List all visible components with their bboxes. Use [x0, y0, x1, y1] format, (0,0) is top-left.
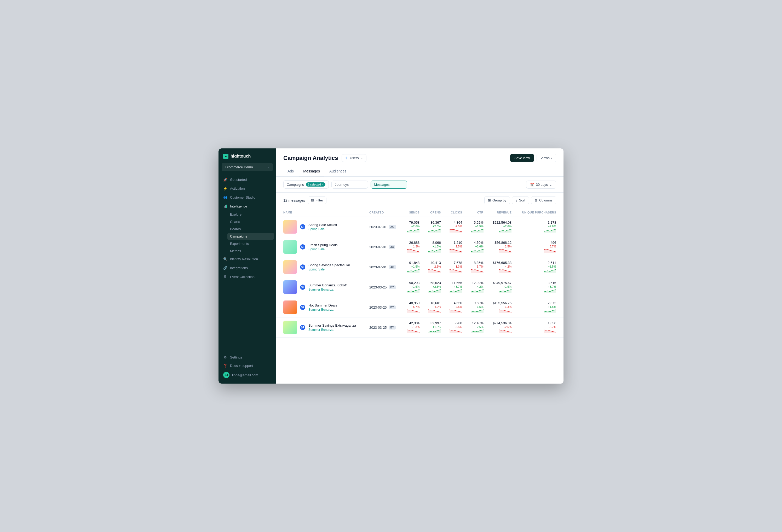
date-filter[interactable]: 📅 30 days ⌄ — [526, 181, 556, 189]
sidebar-item-identity-resolution[interactable]: 🔍 Identity Resolution — [221, 255, 274, 263]
campaign-thumbnail — [283, 220, 297, 234]
purchasers-value: 3,616 — [519, 281, 556, 285]
purchasers-sparkline — [544, 228, 556, 233]
sends-sparkline — [407, 309, 420, 313]
tab-messages[interactable]: Messages — [299, 167, 324, 176]
campaign-tag: Spring Sale — [309, 268, 350, 271]
filter-button[interactable]: ⊟ Filter — [308, 197, 326, 204]
zap-icon: ⚡ — [223, 186, 227, 190]
sidebar-item-label: Event Collection — [230, 275, 255, 279]
sidebar-child-label: Experiments — [230, 242, 249, 246]
sidebar-item-metrics[interactable]: Metrics — [227, 247, 274, 254]
table-actions: ⊞ Group by ↕ Sort ⊟ Columns — [484, 196, 556, 204]
created-date: 2023-03-25 — [369, 306, 387, 309]
source-icon: SF — [300, 305, 305, 310]
sidebar-footer: ⚙ Settings ❓ Docs + support LJ linda@ema… — [218, 350, 276, 384]
col-sends[interactable]: SENDS — [402, 208, 423, 217]
revenue-change: -4.2% — [491, 265, 512, 268]
campaign-name: Spring Savings Spectacular — [309, 263, 350, 267]
save-view-button[interactable]: Save view — [510, 154, 534, 162]
purchasers-value: 1,178 — [519, 220, 556, 224]
footer-docs-support[interactable]: ❓ Docs + support — [221, 362, 274, 369]
campaigns-filter-label: Campaigns — [287, 183, 304, 186]
campaign-name-cell: SF Summer Bonanza Kickoff Summer Bonanza — [276, 277, 366, 297]
clicks-sparkline — [450, 269, 462, 273]
journeys-filter[interactable]: Journeys — [331, 181, 368, 189]
opens-value: 36,367 — [427, 220, 441, 224]
svg-rect-2 — [226, 205, 227, 208]
sidebar: ■ hightouch Ecommerce Demo ⌄ 🚀 Get start… — [218, 148, 276, 384]
ctr-value: 9.50% — [469, 301, 483, 305]
sends-value: 42,304 — [405, 321, 420, 325]
views-button[interactable]: Views ‹ — [537, 154, 556, 162]
sidebar-item-label: Integrations — [230, 266, 248, 270]
col-ctr[interactable]: CTR — [466, 208, 487, 217]
campaign-name: Spring Sale Kickoff — [309, 223, 337, 227]
opens-change: +1.5% — [427, 325, 441, 328]
campaign-info: Summer Bonanza Kickoff Summer Bonanza — [309, 283, 347, 291]
selector-chevron-icon: ⌄ — [360, 156, 363, 160]
sidebar-item-event-collection[interactable]: 🗄 Event Collection — [221, 273, 274, 281]
sidebar-item-boards[interactable]: Boards — [227, 225, 274, 233]
campaign-tag: Summer Bonanza — [309, 288, 347, 291]
sidebar-item-campaigns[interactable]: Campaigns — [227, 233, 274, 240]
sort-button[interactable]: ↕ Sort — [512, 196, 529, 204]
group-by-button[interactable]: ⊞ Group by — [484, 196, 510, 204]
purchasers-sparkline — [544, 309, 556, 313]
ctr-sparkline — [471, 309, 484, 313]
source-icon: SF — [300, 285, 305, 290]
sidebar-item-get-started[interactable]: 🚀 Get started — [221, 175, 274, 184]
col-purchasers[interactable]: UNIQUE PURCHASERS — [515, 208, 564, 217]
clicks-cell: 7,678 -1.3% — [445, 257, 466, 277]
col-clicks[interactable]: CLICKS — [445, 208, 466, 217]
table-toolbar: 12 messages ⊟ Filter ⊞ Group by ↕ Sort — [276, 192, 564, 208]
columns-icon: ⊟ — [535, 198, 538, 202]
clicks-value: 4,364 — [448, 220, 462, 224]
campaigns-filter[interactable]: Campaigns 3 selected × — [283, 180, 329, 189]
sidebar-nav: 🚀 Get started ⚡ Activation 👥 Customer St… — [218, 175, 276, 350]
header-right: Save view Views ‹ — [510, 154, 556, 162]
sidebar-item-charts[interactable]: Charts — [227, 218, 274, 225]
sends-cell: 79,058 +2.6% — [402, 217, 423, 237]
col-name[interactable]: NAME — [276, 208, 366, 217]
clicks-sparkline — [450, 289, 462, 293]
revenue-sparkline — [499, 329, 511, 333]
campaign-thumbnail — [283, 321, 297, 334]
ctr-change: +2.6% — [469, 325, 483, 328]
user-badge: AG — [389, 225, 396, 229]
clicks-change: -2.5% — [448, 325, 462, 328]
group-by-icon: ⊞ — [488, 198, 491, 202]
opens-cell: 18,601 -4.2% — [423, 297, 444, 317]
messages-filter[interactable]: Messages — [370, 181, 407, 189]
revenue-value: $222,564.08 — [491, 220, 512, 224]
footer-settings[interactable]: ⚙ Settings — [221, 353, 274, 361]
sidebar-item-customer-studio[interactable]: 👥 Customer Studio — [221, 193, 274, 202]
users-selector[interactable]: ✳ Users ⌄ — [342, 154, 366, 162]
sidebar-item-integrations[interactable]: 🔗 Integrations — [221, 264, 274, 272]
col-created[interactable]: CREATED — [366, 208, 402, 217]
opens-cell: 40,413 -2.5% — [423, 257, 444, 277]
workspace-selector[interactable]: Ecommerce Demo ⌄ — [222, 163, 273, 171]
workspace-name: Ecommerce Demo — [225, 165, 253, 169]
tab-ads[interactable]: Ads — [283, 167, 298, 176]
link-icon: 🔗 — [223, 266, 227, 270]
table-count: 12 messages ⊟ Filter — [283, 197, 326, 204]
columns-button[interactable]: ⊟ Columns — [531, 196, 556, 204]
help-circle-icon: ❓ — [223, 363, 227, 368]
sidebar-child-label: Boards — [230, 227, 241, 231]
sends-sparkline — [407, 329, 420, 333]
ctr-sparkline — [471, 329, 484, 333]
sidebar-item-explore[interactable]: Explore — [227, 211, 274, 218]
col-revenue[interactable]: REVENUE — [487, 208, 516, 217]
tab-audiences[interactable]: Audiences — [325, 167, 351, 176]
settings-icon: ⚙ — [223, 355, 227, 359]
clicks-sparkline — [450, 248, 462, 253]
purchasers-cell: 496 -5.7% — [515, 237, 564, 257]
user-profile[interactable]: LJ linda@email.com — [221, 370, 274, 380]
sidebar-item-intelligence[interactable]: Intelligence — [221, 202, 274, 210]
user-badge: BY — [389, 285, 396, 289]
col-opens[interactable]: OPENS — [423, 208, 444, 217]
sidebar-item-activation[interactable]: ⚡ Activation — [221, 184, 274, 192]
sidebar-item-experiments[interactable]: Experiments — [227, 240, 274, 247]
created-cell: 2023-07-01 AG — [366, 257, 402, 277]
